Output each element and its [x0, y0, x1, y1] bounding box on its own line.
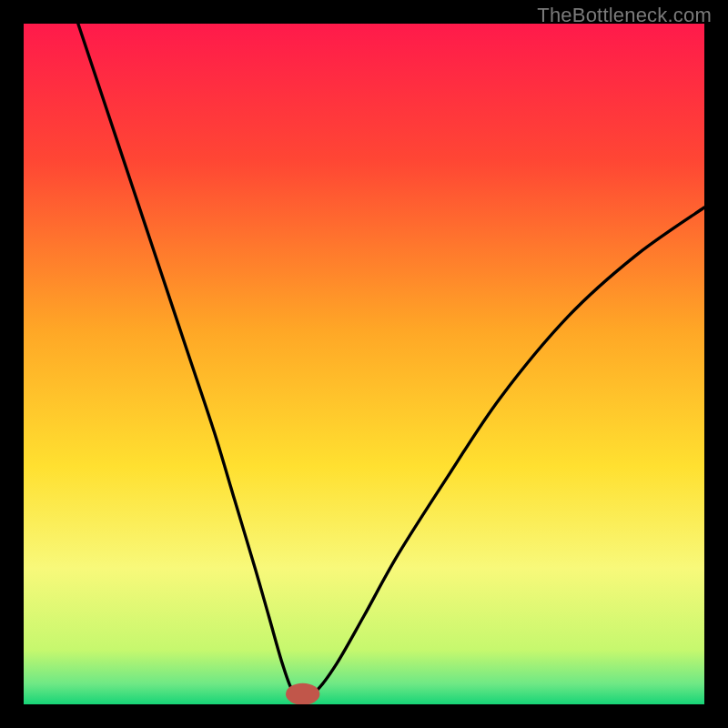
- watermark-text: TheBottleneck.com: [537, 4, 712, 27]
- plot-area: [24, 24, 704, 704]
- chart-frame: TheBottleneck.com: [0, 0, 728, 728]
- gradient-background: [24, 24, 704, 704]
- optimal-point-marker: [286, 683, 319, 704]
- chart-svg: [24, 24, 704, 704]
